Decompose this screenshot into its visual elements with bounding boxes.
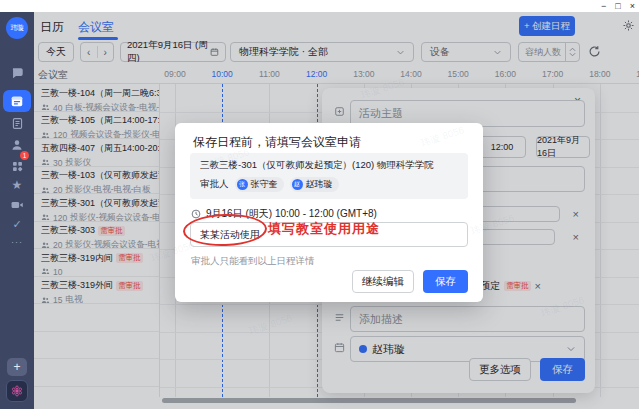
room-info-text: 三教三楼-301（仅可教师发起预定）(120) 物理科学学院	[200, 159, 434, 172]
approver-name: 张守奎	[251, 178, 278, 191]
messenger-icon[interactable]	[0, 62, 34, 84]
app-logo[interactable]	[6, 380, 28, 402]
app-sidebar: 玮璇 1 ★ ✓ ··· +	[0, 12, 34, 409]
approver-chip[interactable]: 赵赵玮璇	[290, 177, 339, 192]
contacts-icon[interactable]	[0, 134, 34, 156]
approver-avatar: 赵	[292, 179, 303, 190]
window-titlebar: − □ ×	[0, 0, 639, 12]
more-apps-icon[interactable]: ···	[0, 231, 34, 253]
continue-edit-button[interactable]: 继续编辑	[352, 270, 414, 293]
user-avatar[interactable]: 玮璇	[6, 17, 28, 39]
room-info-box: 三教三楼-301（仅可教师发起预定）(120) 物理科学学院 审批人 张张守奎赵…	[190, 153, 468, 199]
room-request-modal: 保存日程前，请填写会议室申请 三教三楼-301（仅可教师发起预定）(120) 物…	[175, 123, 483, 302]
approver-chips: 张张守奎赵赵玮璇	[235, 177, 339, 192]
approver-name: 赵玮璇	[306, 178, 333, 191]
modal-save-button[interactable]: 保存	[423, 270, 468, 293]
favorites-star-icon[interactable]: ★	[0, 174, 34, 196]
approver-chip[interactable]: 张张守奎	[235, 177, 284, 192]
approver-label: 审批人	[200, 178, 229, 191]
docs-icon[interactable]	[0, 112, 34, 134]
close-icon[interactable]: ×	[630, 1, 635, 11]
notification-badge: 1	[20, 151, 29, 160]
modal-note: 审批人只能看到以上日程详情	[191, 255, 315, 268]
calendar-icon[interactable]	[3, 90, 31, 112]
maximize-icon[interactable]: □	[615, 1, 620, 11]
modal-title: 保存日程前，请填写会议室申请	[193, 134, 361, 151]
add-app-button[interactable]: +	[7, 358, 27, 376]
approver-avatar: 张	[237, 179, 248, 190]
annotation-text: 填写教室使用用途	[268, 220, 380, 238]
minimize-icon[interactable]: −	[601, 1, 606, 11]
